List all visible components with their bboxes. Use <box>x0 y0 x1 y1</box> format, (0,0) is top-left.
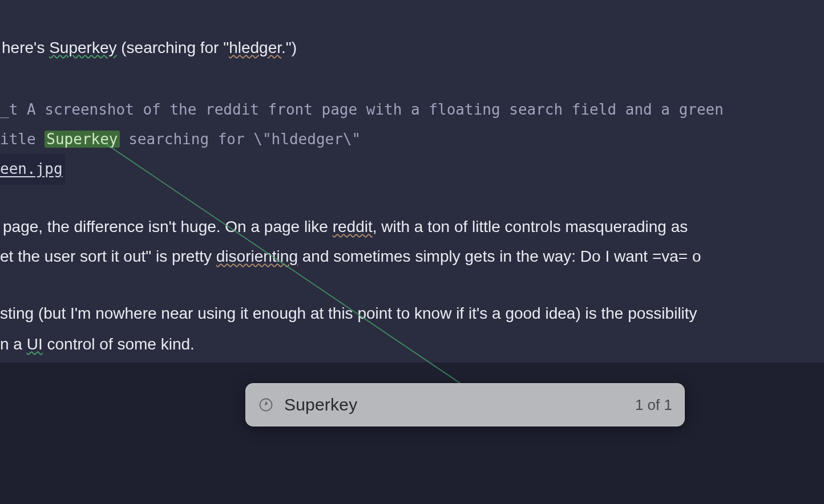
paragraph-4a: sting (but I'm nowhere near using it eno… <box>0 301 697 326</box>
text: searching for \"hldedger\" <box>120 131 361 148</box>
paragraph-1: here's Superkey (searching for "hledger.… <box>2 35 297 60</box>
text: page, the difference isn't huge. On a pa… <box>3 218 333 235</box>
search-match-count: 1 of 1 <box>635 396 672 414</box>
text: sting (but I'm nowhere near using it eno… <box>0 304 697 322</box>
cursor-icon <box>258 397 274 413</box>
text: and sometimes simply gets in the way: Do… <box>298 247 701 265</box>
code-block: _t A screenshot of the reddit front page… <box>0 95 724 185</box>
filename-link[interactable]: een.jpg <box>0 160 63 177</box>
text: et the user sort it out" is pretty <box>0 247 216 265</box>
word-superkey: Superkey <box>49 39 116 56</box>
search-match-highlight: Superkey <box>45 131 119 148</box>
code-line-2: itle Superkey searching for \"hldedger\" <box>0 124 724 154</box>
paragraph-3a: page, the difference isn't huge. On a pa… <box>3 214 688 239</box>
code-line-3: een.jpg <box>0 154 724 185</box>
text: (searching for " <box>116 39 229 56</box>
text: itle <box>0 131 45 148</box>
code-line-1: _t A screenshot of the reddit front page… <box>0 95 724 124</box>
word-disorienting: disorienting <box>216 247 298 265</box>
paragraph-4b: n a UI control of some kind. <box>0 332 195 356</box>
editor-content: here's Superkey (searching for "hledger.… <box>0 0 824 363</box>
paragraph-3b: et the user sort it out" is pretty disor… <box>0 244 701 269</box>
text: n a <box>0 335 27 353</box>
word-ui: UI <box>27 335 43 353</box>
word-reddit: reddit <box>333 218 373 235</box>
text: here's <box>2 39 49 56</box>
word-hledger: hledger <box>229 39 281 56</box>
text: .") <box>281 39 297 56</box>
text: control of some kind. <box>43 335 195 353</box>
search-panel[interactable]: Superkey 1 of 1 <box>245 383 685 426</box>
text: , with a ton of little controls masquera… <box>373 218 688 235</box>
search-query-text[interactable]: Superkey <box>284 395 635 414</box>
